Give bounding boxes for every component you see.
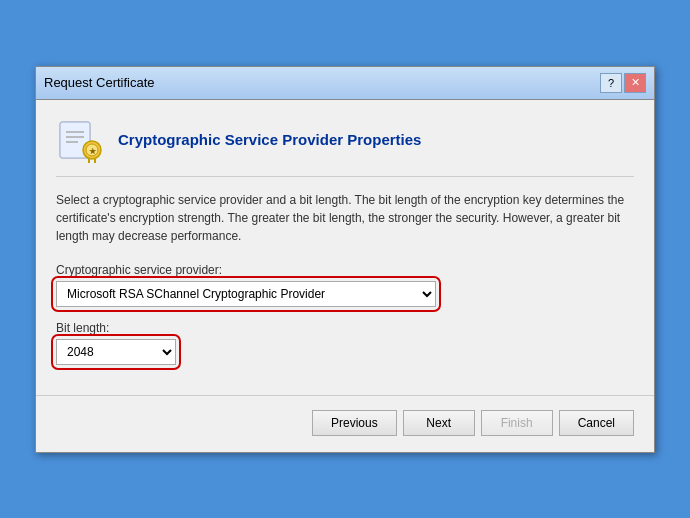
bit-length-dropdown-wrapper: 512 1024 2048 4096 — [56, 339, 176, 365]
next-button[interactable]: Next — [403, 410, 475, 436]
csp-dropdown[interactable]: Microsoft RSA SChannel Cryptographic Pro… — [56, 281, 436, 307]
cancel-button[interactable]: Cancel — [559, 410, 634, 436]
certificate-icon: ★ — [56, 116, 104, 164]
svg-rect-8 — [88, 158, 90, 163]
csp-label: Cryptographic service provider: — [56, 263, 634, 277]
finish-button[interactable]: Finish — [481, 410, 553, 436]
page-title: Cryptographic Service Provider Propertie… — [118, 131, 421, 148]
title-bar-buttons: ? ✕ — [600, 73, 646, 93]
close-button[interactable]: ✕ — [624, 73, 646, 93]
title-bar: Request Certificate ? ✕ — [36, 67, 654, 100]
bit-length-dropdown[interactable]: 512 1024 2048 4096 — [56, 339, 176, 365]
request-certificate-window: Request Certificate ? ✕ ★ — [35, 66, 655, 453]
svg-text:★: ★ — [89, 147, 97, 156]
previous-button[interactable]: Previous — [312, 410, 397, 436]
main-content: ★ Cryptographic Service Provider Propert… — [36, 100, 654, 395]
window-title: Request Certificate — [44, 75, 155, 90]
footer-buttons: Previous Next Finish Cancel — [36, 395, 654, 452]
bit-length-label: Bit length: — [56, 321, 634, 335]
header-section: ★ Cryptographic Service Provider Propert… — [56, 116, 634, 177]
help-button[interactable]: ? — [600, 73, 622, 93]
svg-rect-9 — [94, 158, 96, 163]
description-text: Select a cryptographic service provider … — [56, 191, 634, 245]
csp-dropdown-wrapper: Microsoft RSA SChannel Cryptographic Pro… — [56, 281, 436, 307]
